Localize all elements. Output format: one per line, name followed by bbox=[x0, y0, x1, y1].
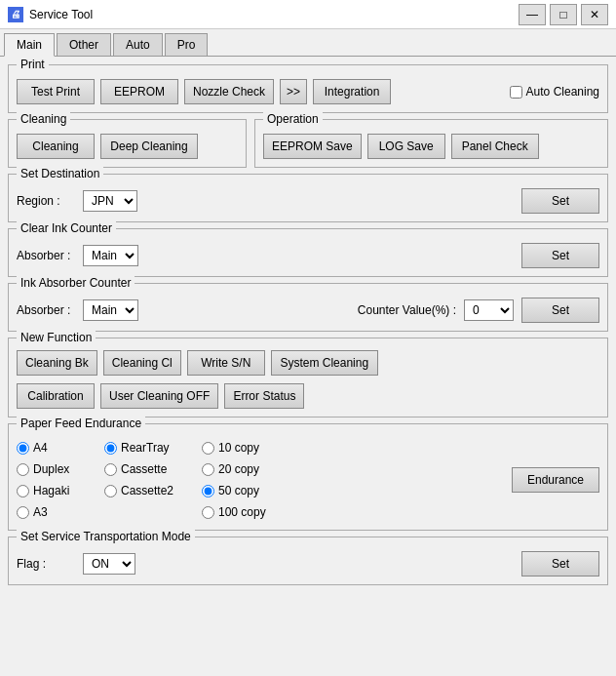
new-function-row2: Calibration User Cleaning OFF Error Stat… bbox=[17, 376, 599, 409]
error-status-button[interactable]: Error Status bbox=[224, 383, 304, 409]
test-print-button[interactable]: Test Print bbox=[17, 79, 95, 104]
absorber-label-iac: Absorber : bbox=[17, 303, 75, 317]
radio-a4[interactable]: A4 bbox=[17, 438, 104, 457]
clear-ink-counter-set-button[interactable]: Set bbox=[521, 243, 599, 268]
endurance-btn-wrap: Endurance bbox=[512, 438, 599, 522]
radio-100copy-input[interactable] bbox=[202, 506, 214, 519]
print-group-label: Print bbox=[17, 58, 49, 71]
ink-absorber-counter-set-button[interactable]: Set bbox=[521, 298, 599, 323]
maximize-button[interactable]: □ bbox=[550, 4, 577, 25]
app-icon: 🖨 bbox=[8, 7, 23, 22]
integration-button[interactable]: Integration bbox=[313, 79, 391, 104]
region-select[interactable]: JPN USA EUR AUS bbox=[83, 190, 137, 212]
clear-ink-counter-label: Clear Ink Counter bbox=[17, 221, 116, 235]
user-cleaning-off-button[interactable]: User Cleaning OFF bbox=[100, 383, 218, 409]
operation-group-label: Operation bbox=[263, 112, 323, 126]
endurance-button[interactable]: Endurance bbox=[512, 467, 599, 493]
write-sn-button[interactable]: Write S/N bbox=[187, 350, 265, 376]
auto-cleaning-checkbox[interactable] bbox=[510, 86, 522, 99]
set-destination-button[interactable]: Set bbox=[521, 188, 599, 214]
tab-main[interactable]: Main bbox=[4, 33, 55, 57]
pfe-content: A4 Duplex Hagaki A3 RearTray Casse bbox=[17, 428, 599, 522]
operation-btn-row: EEPROM Save LOG Save Panel Check bbox=[263, 124, 599, 159]
flag-label: Flag : bbox=[17, 557, 75, 571]
counter-value-select[interactable]: 0 25 50 75 100 bbox=[464, 299, 514, 321]
radio-20copy-input[interactable] bbox=[202, 463, 214, 476]
radio-10copy-input[interactable] bbox=[202, 442, 214, 455]
radio-100copy[interactable]: 100 copy bbox=[202, 502, 266, 522]
auto-cleaning-wrap: Auto Cleaning bbox=[510, 85, 599, 99]
ink-absorber-counter-group: Ink Absorber Counter Absorber : Main Sub… bbox=[8, 283, 608, 332]
set-service-transportation-group: Set Service Transportation Mode Flag : O… bbox=[8, 537, 608, 585]
panel-check-button[interactable]: Panel Check bbox=[451, 134, 539, 159]
tab-bar: Main Other Auto Pro bbox=[0, 29, 616, 57]
radio-10copy[interactable]: 10 copy bbox=[202, 438, 266, 457]
ink-absorber-counter-label: Ink Absorber Counter bbox=[17, 276, 135, 290]
absorber-label-cic: Absorber : bbox=[17, 249, 75, 262]
radio-cassette2-input[interactable] bbox=[104, 485, 117, 497]
paper-feed-endurance-label: Paper Feed Endurance bbox=[17, 417, 145, 430]
deep-cleaning-button[interactable]: Deep Cleaning bbox=[100, 134, 198, 159]
radio-cassette-input[interactable] bbox=[104, 463, 117, 476]
cleaning-btn-row: Cleaning Deep Cleaning bbox=[17, 124, 238, 159]
radio-50copy-input[interactable] bbox=[202, 485, 214, 497]
radio-a4-input[interactable] bbox=[17, 442, 29, 455]
pfe-copies-col: 10 copy 20 copy 50 copy 100 copy bbox=[202, 438, 266, 522]
set-destination-row: Region : JPN USA EUR AUS Set bbox=[17, 179, 599, 214]
eeprom-save-button[interactable]: EEPROM Save bbox=[263, 134, 362, 159]
region-label: Region : bbox=[17, 194, 75, 208]
set-service-transportation-button[interactable]: Set bbox=[521, 551, 599, 577]
clear-ink-counter-group: Clear Ink Counter Absorber : Main Sub Se… bbox=[8, 228, 608, 277]
radio-a3-input[interactable] bbox=[17, 506, 29, 519]
radio-a3[interactable]: A3 bbox=[17, 502, 104, 522]
print-group: Print Test Print EEPROM Nozzle Check >> … bbox=[8, 64, 608, 113]
print-row: Test Print EEPROM Nozzle Check >> Integr… bbox=[17, 69, 599, 104]
auto-cleaning-label: Auto Cleaning bbox=[526, 85, 599, 99]
counter-value-label: Counter Value(%) : bbox=[358, 303, 456, 317]
radio-hagaki-input[interactable] bbox=[17, 485, 29, 497]
flag-select[interactable]: ON OFF bbox=[83, 553, 135, 575]
set-destination-group: Set Destination Region : JPN USA EUR AUS… bbox=[8, 174, 608, 222]
log-save-button[interactable]: LOG Save bbox=[367, 134, 445, 159]
radio-reartray[interactable]: RearTray bbox=[104, 438, 192, 457]
set-service-transportation-label: Set Service Transportation Mode bbox=[17, 530, 195, 543]
operation-group: Operation EEPROM Save LOG Save Panel Che… bbox=[254, 119, 608, 168]
cleaning-group-label: Cleaning bbox=[17, 112, 70, 126]
cleaning-button[interactable]: Cleaning bbox=[17, 134, 95, 159]
ink-absorber-counter-row: Absorber : Main Sub Counter Value(%) : 0… bbox=[17, 288, 599, 323]
sst-row: Flag : ON OFF Set bbox=[17, 541, 599, 577]
new-function-label: New Function bbox=[17, 331, 96, 344]
main-content: Print Test Print EEPROM Nozzle Check >> … bbox=[0, 57, 616, 593]
new-function-row1: Cleaning Bk Cleaning Cl Write S/N System… bbox=[17, 342, 599, 376]
radio-20copy[interactable]: 20 copy bbox=[202, 459, 266, 479]
cleaning-group: Cleaning Cleaning Deep Cleaning bbox=[8, 119, 247, 168]
absorber-select-cic[interactable]: Main Sub bbox=[83, 245, 138, 266]
pfe-size-col: A4 Duplex Hagaki A3 bbox=[17, 438, 104, 522]
tab-other[interactable]: Other bbox=[57, 33, 111, 56]
radio-hagaki[interactable]: Hagaki bbox=[17, 481, 104, 500]
new-function-group: New Function Cleaning Bk Cleaning Cl Wri… bbox=[8, 338, 608, 418]
cleaning-cl-button[interactable]: Cleaning Cl bbox=[103, 350, 181, 376]
tab-auto[interactable]: Auto bbox=[113, 33, 163, 56]
radio-duplex[interactable]: Duplex bbox=[17, 459, 104, 479]
tab-pro[interactable]: Pro bbox=[165, 33, 209, 56]
absorber-select-iac[interactable]: Main Sub bbox=[83, 299, 138, 321]
arrow-button[interactable]: >> bbox=[280, 79, 307, 104]
radio-cassette2[interactable]: Cassette2 bbox=[104, 481, 192, 500]
app-title: Service Tool bbox=[29, 8, 519, 21]
calibration-button[interactable]: Calibration bbox=[17, 383, 95, 409]
eeprom-button[interactable]: EEPROM bbox=[100, 79, 178, 104]
radio-duplex-input[interactable] bbox=[17, 463, 29, 476]
title-bar-controls: — □ ✕ bbox=[519, 4, 608, 25]
close-button[interactable]: ✕ bbox=[581, 4, 608, 25]
radio-cassette[interactable]: Cassette bbox=[104, 459, 192, 479]
nozzle-check-button[interactable]: Nozzle Check bbox=[184, 79, 274, 104]
minimize-button[interactable]: — bbox=[519, 4, 546, 25]
cleaning-operation-row: Cleaning Cleaning Deep Cleaning Operatio… bbox=[8, 119, 608, 168]
title-bar: 🖨 Service Tool — □ ✕ bbox=[0, 0, 616, 29]
system-cleaning-button[interactable]: System Cleaning bbox=[271, 350, 378, 376]
radio-reartray-input[interactable] bbox=[104, 442, 117, 455]
radio-50copy[interactable]: 50 copy bbox=[202, 481, 266, 500]
cleaning-bk-button[interactable]: Cleaning Bk bbox=[17, 350, 97, 376]
clear-ink-counter-row: Absorber : Main Sub Set bbox=[17, 233, 599, 268]
